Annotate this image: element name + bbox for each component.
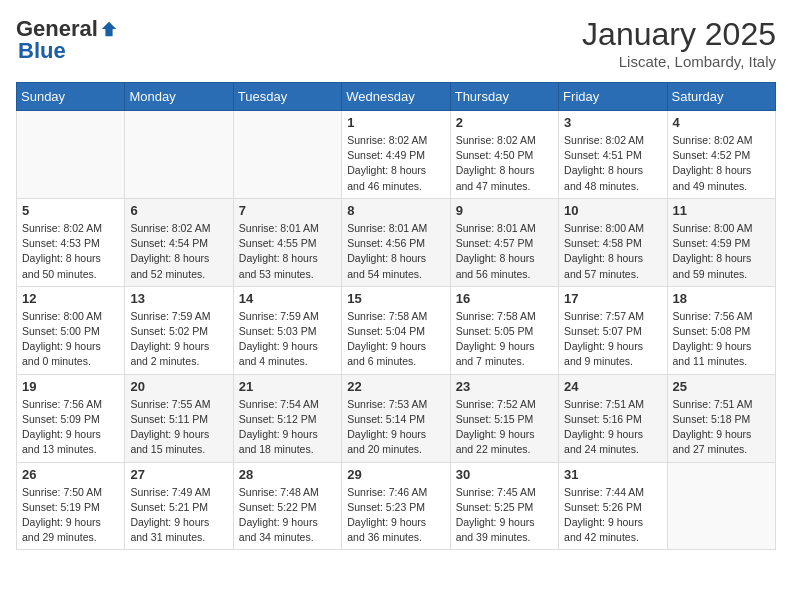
weekday-header-tuesday: Tuesday — [233, 83, 341, 111]
day-number: 29 — [347, 467, 444, 482]
calendar-cell: 29Sunrise: 7:46 AM Sunset: 5:23 PM Dayli… — [342, 462, 450, 550]
day-info: Sunrise: 8:00 AM Sunset: 5:00 PM Dayligh… — [22, 309, 119, 370]
day-number: 7 — [239, 203, 336, 218]
calendar-cell: 19Sunrise: 7:56 AM Sunset: 5:09 PM Dayli… — [17, 374, 125, 462]
day-number: 3 — [564, 115, 661, 130]
day-info: Sunrise: 7:46 AM Sunset: 5:23 PM Dayligh… — [347, 485, 444, 546]
location-text: Liscate, Lombardy, Italy — [582, 53, 776, 70]
calendar-week-row: 26Sunrise: 7:50 AM Sunset: 5:19 PM Dayli… — [17, 462, 776, 550]
day-number: 24 — [564, 379, 661, 394]
day-info: Sunrise: 7:57 AM Sunset: 5:07 PM Dayligh… — [564, 309, 661, 370]
day-info: Sunrise: 8:02 AM Sunset: 4:51 PM Dayligh… — [564, 133, 661, 194]
calendar-cell: 23Sunrise: 7:52 AM Sunset: 5:15 PM Dayli… — [450, 374, 558, 462]
calendar-cell: 7Sunrise: 8:01 AM Sunset: 4:55 PM Daylig… — [233, 198, 341, 286]
month-title: January 2025 — [582, 16, 776, 53]
weekday-header-friday: Friday — [559, 83, 667, 111]
day-info: Sunrise: 8:02 AM Sunset: 4:49 PM Dayligh… — [347, 133, 444, 194]
day-number: 19 — [22, 379, 119, 394]
calendar-cell — [233, 111, 341, 199]
day-number: 8 — [347, 203, 444, 218]
day-info: Sunrise: 8:02 AM Sunset: 4:50 PM Dayligh… — [456, 133, 553, 194]
calendar-week-row: 12Sunrise: 8:00 AM Sunset: 5:00 PM Dayli… — [17, 286, 776, 374]
day-number: 11 — [673, 203, 770, 218]
calendar-week-row: 1Sunrise: 8:02 AM Sunset: 4:49 PM Daylig… — [17, 111, 776, 199]
calendar-cell: 26Sunrise: 7:50 AM Sunset: 5:19 PM Dayli… — [17, 462, 125, 550]
weekday-header-monday: Monday — [125, 83, 233, 111]
day-info: Sunrise: 8:01 AM Sunset: 4:57 PM Dayligh… — [456, 221, 553, 282]
weekday-header-wednesday: Wednesday — [342, 83, 450, 111]
calendar-cell: 5Sunrise: 8:02 AM Sunset: 4:53 PM Daylig… — [17, 198, 125, 286]
day-info: Sunrise: 7:56 AM Sunset: 5:08 PM Dayligh… — [673, 309, 770, 370]
day-info: Sunrise: 7:48 AM Sunset: 5:22 PM Dayligh… — [239, 485, 336, 546]
day-number: 15 — [347, 291, 444, 306]
day-number: 4 — [673, 115, 770, 130]
calendar-cell: 10Sunrise: 8:00 AM Sunset: 4:58 PM Dayli… — [559, 198, 667, 286]
day-number: 27 — [130, 467, 227, 482]
day-number: 1 — [347, 115, 444, 130]
day-info: Sunrise: 7:58 AM Sunset: 5:05 PM Dayligh… — [456, 309, 553, 370]
calendar-cell: 16Sunrise: 7:58 AM Sunset: 5:05 PM Dayli… — [450, 286, 558, 374]
day-number: 6 — [130, 203, 227, 218]
calendar-cell: 8Sunrise: 8:01 AM Sunset: 4:56 PM Daylig… — [342, 198, 450, 286]
calendar-cell: 1Sunrise: 8:02 AM Sunset: 4:49 PM Daylig… — [342, 111, 450, 199]
day-number: 21 — [239, 379, 336, 394]
day-number: 14 — [239, 291, 336, 306]
calendar-week-row: 5Sunrise: 8:02 AM Sunset: 4:53 PM Daylig… — [17, 198, 776, 286]
day-number: 25 — [673, 379, 770, 394]
calendar-cell: 4Sunrise: 8:02 AM Sunset: 4:52 PM Daylig… — [667, 111, 775, 199]
calendar-cell: 31Sunrise: 7:44 AM Sunset: 5:26 PM Dayli… — [559, 462, 667, 550]
day-info: Sunrise: 7:53 AM Sunset: 5:14 PM Dayligh… — [347, 397, 444, 458]
day-info: Sunrise: 7:52 AM Sunset: 5:15 PM Dayligh… — [456, 397, 553, 458]
calendar-cell: 27Sunrise: 7:49 AM Sunset: 5:21 PM Dayli… — [125, 462, 233, 550]
calendar-cell: 12Sunrise: 8:00 AM Sunset: 5:00 PM Dayli… — [17, 286, 125, 374]
day-number: 2 — [456, 115, 553, 130]
day-info: Sunrise: 7:59 AM Sunset: 5:02 PM Dayligh… — [130, 309, 227, 370]
day-info: Sunrise: 7:45 AM Sunset: 5:25 PM Dayligh… — [456, 485, 553, 546]
day-info: Sunrise: 7:56 AM Sunset: 5:09 PM Dayligh… — [22, 397, 119, 458]
calendar-cell: 22Sunrise: 7:53 AM Sunset: 5:14 PM Dayli… — [342, 374, 450, 462]
day-number: 31 — [564, 467, 661, 482]
calendar-cell: 30Sunrise: 7:45 AM Sunset: 5:25 PM Dayli… — [450, 462, 558, 550]
day-info: Sunrise: 7:50 AM Sunset: 5:19 PM Dayligh… — [22, 485, 119, 546]
day-number: 28 — [239, 467, 336, 482]
calendar-cell: 17Sunrise: 7:57 AM Sunset: 5:07 PM Dayli… — [559, 286, 667, 374]
calendar-cell: 15Sunrise: 7:58 AM Sunset: 5:04 PM Dayli… — [342, 286, 450, 374]
calendar-cell: 11Sunrise: 8:00 AM Sunset: 4:59 PM Dayli… — [667, 198, 775, 286]
calendar-cell: 18Sunrise: 7:56 AM Sunset: 5:08 PM Dayli… — [667, 286, 775, 374]
weekday-header-sunday: Sunday — [17, 83, 125, 111]
calendar-cell: 13Sunrise: 7:59 AM Sunset: 5:02 PM Dayli… — [125, 286, 233, 374]
svg-marker-0 — [102, 22, 116, 36]
day-number: 23 — [456, 379, 553, 394]
day-info: Sunrise: 8:02 AM Sunset: 4:53 PM Dayligh… — [22, 221, 119, 282]
day-number: 18 — [673, 291, 770, 306]
day-info: Sunrise: 7:54 AM Sunset: 5:12 PM Dayligh… — [239, 397, 336, 458]
logo-blue-text: Blue — [18, 38, 66, 63]
calendar-cell: 14Sunrise: 7:59 AM Sunset: 5:03 PM Dayli… — [233, 286, 341, 374]
logo: General Blue — [16, 16, 118, 64]
day-number: 13 — [130, 291, 227, 306]
day-info: Sunrise: 7:49 AM Sunset: 5:21 PM Dayligh… — [130, 485, 227, 546]
day-info: Sunrise: 8:00 AM Sunset: 4:59 PM Dayligh… — [673, 221, 770, 282]
logo-icon — [100, 20, 118, 38]
calendar-week-row: 19Sunrise: 7:56 AM Sunset: 5:09 PM Dayli… — [17, 374, 776, 462]
calendar-cell — [667, 462, 775, 550]
calendar-cell: 3Sunrise: 8:02 AM Sunset: 4:51 PM Daylig… — [559, 111, 667, 199]
calendar-cell: 24Sunrise: 7:51 AM Sunset: 5:16 PM Dayli… — [559, 374, 667, 462]
calendar-cell: 21Sunrise: 7:54 AM Sunset: 5:12 PM Dayli… — [233, 374, 341, 462]
day-info: Sunrise: 8:02 AM Sunset: 4:54 PM Dayligh… — [130, 221, 227, 282]
day-info: Sunrise: 7:51 AM Sunset: 5:16 PM Dayligh… — [564, 397, 661, 458]
day-info: Sunrise: 7:44 AM Sunset: 5:26 PM Dayligh… — [564, 485, 661, 546]
calendar-cell: 25Sunrise: 7:51 AM Sunset: 5:18 PM Dayli… — [667, 374, 775, 462]
weekday-header-saturday: Saturday — [667, 83, 775, 111]
calendar-cell — [17, 111, 125, 199]
day-info: Sunrise: 7:59 AM Sunset: 5:03 PM Dayligh… — [239, 309, 336, 370]
day-number: 5 — [22, 203, 119, 218]
day-info: Sunrise: 8:01 AM Sunset: 4:56 PM Dayligh… — [347, 221, 444, 282]
day-number: 17 — [564, 291, 661, 306]
calendar-cell: 20Sunrise: 7:55 AM Sunset: 5:11 PM Dayli… — [125, 374, 233, 462]
calendar-cell — [125, 111, 233, 199]
day-number: 20 — [130, 379, 227, 394]
day-number: 12 — [22, 291, 119, 306]
day-number: 10 — [564, 203, 661, 218]
weekday-header-row: SundayMondayTuesdayWednesdayThursdayFrid… — [17, 83, 776, 111]
